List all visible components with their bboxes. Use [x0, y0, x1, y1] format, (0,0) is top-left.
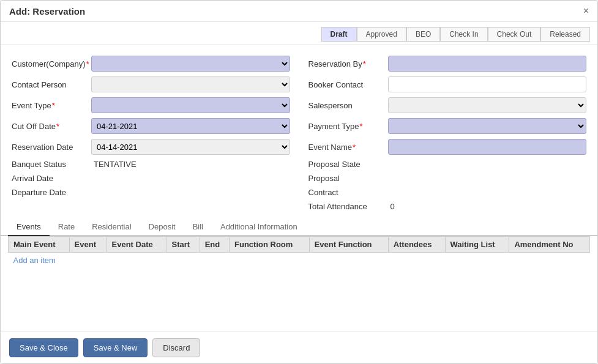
- tab-events[interactable]: Events: [8, 218, 50, 236]
- tab-bill[interactable]: Bill: [184, 218, 212, 236]
- label-contact_person: Contact Person: [12, 80, 91, 89]
- input-event_name[interactable]: [388, 139, 587, 155]
- table-area: Main EventEventEvent DateStartEndFunctio…: [1, 236, 597, 332]
- select-cut_off_date[interactable]: 04-21-2021: [91, 118, 290, 134]
- select-event_type[interactable]: [91, 97, 290, 113]
- workflow-step-checkout[interactable]: Check Out: [488, 27, 541, 42]
- label-customer_company: Customer(Company): [12, 59, 91, 69]
- form-row-payment_type: Payment Type: [308, 118, 587, 134]
- col-header-event-function: Event Function: [309, 237, 388, 253]
- select-contact_person[interactable]: [91, 76, 290, 92]
- label-cut_off_date: Cut Off Date: [12, 122, 91, 131]
- form-right-column: Reservation ByBooker ContactSalespersonP…: [308, 56, 587, 216]
- col-header-event: Event: [69, 237, 107, 253]
- step-label-released: Released: [540, 27, 590, 42]
- form-row-salesperson: Salesperson: [308, 97, 587, 113]
- col-header-main-event: Main Event: [9, 237, 70, 253]
- add-item-row[interactable]: Add an item: [9, 253, 590, 269]
- workflow-step-beo[interactable]: BEO: [406, 27, 440, 42]
- modal-title-bar: Add: Reservation ×: [1, 1, 597, 22]
- form-row-departure_date: Departure Date: [12, 188, 290, 197]
- events-table: Main EventEventEvent DateStartEndFunctio…: [8, 236, 590, 268]
- select-salesperson[interactable]: [388, 97, 587, 113]
- label-departure_date: Departure Date: [12, 188, 91, 197]
- add-item-label[interactable]: Add an item: [9, 253, 590, 269]
- label-contract: Contract: [308, 188, 388, 197]
- workflow-step-draft[interactable]: Draft: [321, 27, 357, 42]
- step-label-checkout: Check Out: [488, 27, 541, 42]
- save-new-button[interactable]: Save & New: [83, 338, 148, 357]
- label-reservation_by: Reservation By: [308, 59, 388, 69]
- form-row-total_attendance: Total Attendance0: [308, 202, 587, 211]
- static-banquet_status: TENTATIVE: [91, 160, 290, 169]
- form-row-event_type: Event Type: [12, 97, 290, 113]
- form-row-proposal_state: Proposal State: [308, 160, 587, 169]
- footer: Save & Close Save & New Discard: [1, 332, 597, 363]
- select-payment_type[interactable]: [388, 118, 587, 134]
- tab-additional_info[interactable]: Additional Information: [212, 218, 306, 236]
- modal-title: Add: Reservation: [9, 6, 85, 17]
- col-header-attendees: Attendees: [388, 237, 445, 253]
- col-header-end: End: [200, 237, 229, 253]
- label-payment_type: Payment Type: [308, 122, 388, 131]
- step-label-checkin: Check In: [440, 27, 487, 42]
- form-row-cut_off_date: Cut Off Date04-21-2021: [12, 118, 290, 134]
- form-row-proposal: Proposal: [308, 174, 587, 183]
- step-label-beo: BEO: [406, 27, 440, 42]
- col-header-waiting-list: Waiting List: [445, 237, 509, 253]
- modal-body: DraftApprovedBEOCheck InCheck OutRelease…: [1, 22, 597, 332]
- col-header-event-date: Event Date: [107, 237, 166, 253]
- select-reservation_date[interactable]: 04-14-2021: [91, 139, 290, 155]
- add-reservation-modal: Add: Reservation × DraftApprovedBEOCheck…: [0, 0, 598, 364]
- label-arrival_date: Arrival Date: [12, 174, 91, 183]
- step-label-draft: Draft: [321, 27, 357, 42]
- label-proposal: Proposal: [308, 174, 388, 183]
- tab-deposit[interactable]: Deposit: [140, 218, 184, 236]
- tab-residential[interactable]: Residential: [83, 218, 140, 236]
- label-event_type: Event Type: [12, 101, 91, 110]
- tabs-bar: EventsRateResidentialDepositBillAddition…: [1, 218, 597, 236]
- select-customer_company[interactable]: [91, 56, 290, 72]
- workflow-step-checkin[interactable]: Check In: [440, 27, 487, 42]
- workflow-step-approved[interactable]: Approved: [357, 27, 406, 42]
- form-row-event_name: Event Name: [308, 139, 587, 155]
- label-proposal_state: Proposal State: [308, 160, 388, 169]
- label-salesperson: Salesperson: [308, 101, 388, 110]
- close-button[interactable]: ×: [583, 6, 589, 17]
- label-total_attendance: Total Attendance: [308, 202, 388, 211]
- form-row-contact_person: Contact Person: [12, 76, 290, 92]
- label-banquet_status: Banquet Status: [12, 160, 91, 169]
- form-row-customer_company: Customer(Company): [12, 56, 290, 72]
- static-total_attendance: 0: [388, 202, 587, 211]
- label-reservation_date: Reservation Date: [12, 143, 91, 152]
- label-booker_contact: Booker Contact: [308, 80, 388, 89]
- workflow-step-released[interactable]: Released: [540, 27, 590, 42]
- workflow-bar: DraftApprovedBEOCheck InCheck OutRelease…: [1, 22, 597, 45]
- form-area: Customer(Company)Contact PersonEvent Typ…: [1, 45, 597, 218]
- input-reservation_by[interactable]: [388, 56, 587, 72]
- form-row-reservation_by: Reservation By: [308, 56, 587, 72]
- form-row-contract: Contract: [308, 188, 587, 197]
- discard-button[interactable]: Discard: [152, 338, 200, 357]
- form-row-arrival_date: Arrival Date: [12, 174, 290, 183]
- col-header-amendment-no: Amendment No: [509, 237, 590, 253]
- col-header-function-room: Function Room: [230, 237, 310, 253]
- form-left-column: Customer(Company)Contact PersonEvent Typ…: [12, 56, 290, 216]
- step-label-approved: Approved: [357, 27, 406, 42]
- form-row-banquet_status: Banquet StatusTENTATIVE: [12, 160, 290, 169]
- input-booker_contact[interactable]: [388, 76, 587, 92]
- label-event_name: Event Name: [308, 143, 388, 152]
- tab-rate[interactable]: Rate: [50, 218, 83, 236]
- form-row-booker_contact: Booker Contact: [308, 76, 587, 92]
- form-row-reservation_date: Reservation Date04-14-2021: [12, 139, 290, 155]
- workflow-steps: DraftApprovedBEOCheck InCheck OutRelease…: [321, 27, 591, 42]
- col-header-start: Start: [166, 237, 200, 253]
- save-close-button[interactable]: Save & Close: [9, 338, 78, 357]
